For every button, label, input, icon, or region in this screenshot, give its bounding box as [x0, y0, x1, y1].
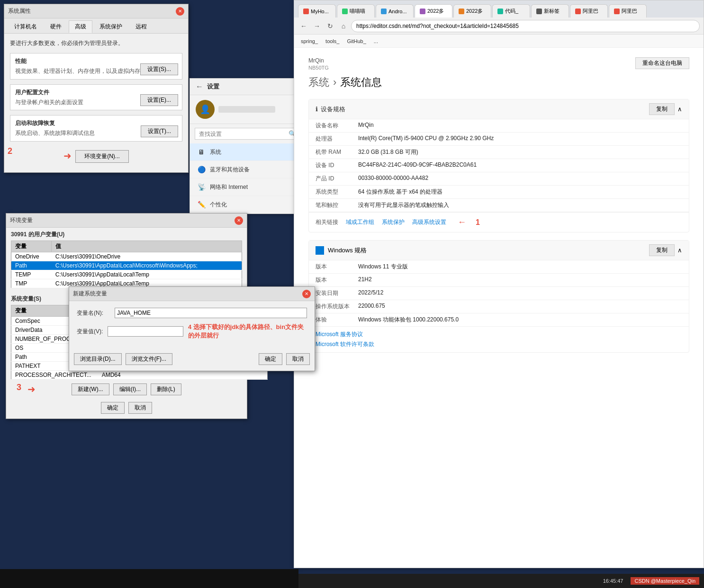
new-var-cancel-btn[interactable]: 取消	[286, 353, 310, 365]
settings-back-btn[interactable]: ←	[196, 82, 203, 91]
tab-alibaba2[interactable]: 阿里巴	[609, 4, 647, 18]
tab-favicon-andro	[381, 9, 387, 14]
var-value-input[interactable]	[108, 326, 183, 337]
settings-title: 设置	[207, 82, 219, 91]
back-btn[interactable]: ←	[298, 20, 309, 32]
windows-specs-title: Windows 规格	[328, 246, 367, 255]
tab-alibaba2-label: 阿里巴	[622, 8, 637, 15]
settings-search-input[interactable]	[195, 129, 285, 139]
env-vars-close-btn[interactable]: ✕	[235, 216, 243, 225]
table-row[interactable]: PROCESSOR_ARCHITECT... AMD64	[11, 371, 268, 380]
spec-row-2: 机带 RAM 32.0 GB (31.8 GB 可用)	[309, 146, 689, 159]
delete-sys-var-btn[interactable]: 删除(L)	[151, 383, 181, 395]
settings-search-bar[interactable]: 🔍	[195, 128, 300, 140]
user-profile-settings-btn[interactable]: 设置(E)...	[140, 94, 178, 106]
table-row[interactable]: TEMP C:\Users\30991\AppData\Local\Temp	[11, 270, 242, 279]
address-bar[interactable]	[351, 20, 700, 32]
browser-toolbar: ← → ↻ ⌂	[294, 18, 704, 35]
settings-header: ← 设置	[190, 79, 305, 95]
settings-nav-bluetooth[interactable]: 🔵 蓝牙和其他设备	[190, 161, 305, 178]
tab-myho[interactable]: MyHo...	[298, 4, 336, 18]
settings-nav-personalize[interactable]: ✏️ 个性化	[190, 196, 305, 214]
table-row[interactable]: OneDrive C:\Users\30991\OneDrive	[11, 252, 242, 261]
windows-specs-header: Windows 规格 复制 ∧	[309, 241, 689, 260]
browse-file-btn[interactable]: 浏览文件(F)...	[126, 353, 172, 365]
tab-2022a[interactable]: 2022多	[415, 4, 452, 18]
new-var-ok-btn[interactable]: 确定	[259, 353, 282, 365]
tab-newtab[interactable]: 新标签	[531, 4, 569, 18]
tab-alibaba1[interactable]: 阿里巴	[570, 4, 608, 18]
new-var-close-btn[interactable]: ✕	[302, 290, 311, 298]
browser-tabs-bar: MyHo... 喵喵喵 Andro... 2022多 2022多 代码_ 新标签	[294, 0, 704, 18]
sys-props-titlebar: 系统属性 ✕	[4, 4, 188, 18]
spec-key-5: 系统类型	[316, 188, 358, 196]
tab-miao[interactable]: 喵喵喵	[337, 4, 375, 18]
tab-alibaba1-label: 阿里巴	[583, 8, 598, 15]
performance-settings-btn[interactable]: 设置(S)...	[140, 63, 178, 75]
user-name: MrQin	[308, 57, 329, 64]
tab-advanced[interactable]: 高级	[69, 20, 92, 33]
settings-nav-network[interactable]: 📡 网络和 Internet	[190, 178, 305, 196]
device-specs-section: ℹ 设备规格 复制 ∧ 设备名称 MrQin 处理器 Intel(R) Core…	[308, 99, 689, 232]
edit-sys-var-btn[interactable]: 编辑(I)...	[113, 383, 147, 395]
user-var-1-name: Path	[11, 261, 52, 270]
bookmark-github[interactable]: GitHub_	[344, 37, 369, 45]
table-row[interactable]: Path C:\Users\30991\AppData\Local\Micros…	[11, 261, 242, 270]
tab-andro[interactable]: Andro...	[376, 4, 414, 18]
copy-specs-btn[interactable]: 复制	[649, 103, 675, 115]
dialog-bottom-spacer	[69, 367, 315, 371]
spec-val-2: 32.0 GB (31.8 GB 可用)	[358, 148, 418, 156]
forward-btn[interactable]: →	[311, 20, 323, 32]
tab-favicon-alibaba2	[614, 9, 620, 14]
ms-service-link[interactable]: Microsoft 服务协议	[316, 330, 682, 339]
status-bar: 16:45:47 CSDN @Masterpiece_Qin	[294, 574, 704, 588]
rename-pc-btn[interactable]: 重命名这台电脑	[635, 57, 689, 69]
new-sys-var-btn[interactable]: 新建(W)...	[72, 383, 109, 395]
tab-system-protection[interactable]: 系统保护	[93, 20, 128, 33]
tab-favicon-2022a	[420, 9, 425, 14]
env-variables-btn[interactable]: 环境变量(N)...	[75, 150, 129, 163]
tab-remote[interactable]: 远程	[129, 20, 153, 33]
browse-dir-btn[interactable]: 浏览目录(D)...	[74, 353, 122, 365]
link-domain[interactable]: 域或工作组	[346, 218, 374, 226]
system-properties-window: 系统属性 ✕ 计算机名 硬件 高级 系统保护 远程 要进行大多数更改，你必须作为…	[4, 4, 189, 173]
status-time: 16:45:47	[603, 578, 623, 584]
new-var-dialog: 新建系统变量 ✕ 变量名(N): 变量值(V): 4 选择下载好的jdk的具体路…	[69, 286, 315, 371]
startup-recovery-btn[interactable]: 设置(T)...	[141, 125, 178, 137]
copy-windows-specs-btn[interactable]: 复制	[649, 244, 675, 256]
sys-props-close-btn[interactable]: ✕	[176, 7, 184, 16]
ms-license-link[interactable]: Microsoft 软件许可条款	[316, 340, 682, 348]
win-spec-key-2: 安装日期	[316, 289, 358, 297]
device-specs-header: ℹ 设备规格 复制 ∧	[309, 99, 689, 119]
env-btn-row: 2 ➜ 环境变量(N)...	[10, 146, 182, 167]
expand-icon[interactable]: ∧	[677, 106, 682, 113]
env-cancel-btn[interactable]: 取消	[128, 402, 152, 414]
reload-btn[interactable]: ↻	[325, 20, 336, 32]
spacer	[176, 353, 255, 365]
tab-miao-label: 喵喵喵	[350, 8, 365, 15]
sys-props-title: 系统属性	[8, 7, 31, 15]
breadcrumb-arrow: ›	[333, 76, 336, 89]
bookmark-tools[interactable]: tools_	[323, 37, 342, 45]
arrow-to-env-btn: ➜	[63, 150, 72, 163]
link-advanced-settings[interactable]: 高级系统设置	[412, 218, 446, 226]
info-icon: ℹ	[316, 106, 318, 113]
env-ok-btn[interactable]: 确定	[101, 402, 125, 414]
tab-computer-name[interactable]: 计算机名	[8, 20, 43, 33]
home-btn[interactable]: ⌂	[338, 20, 349, 32]
settings-nav-system[interactable]: 🖥 系统	[190, 143, 305, 161]
tab-code[interactable]: 代码_	[492, 4, 530, 18]
new-var-dialog-title: 新建系统变量	[73, 290, 107, 298]
nav-network-label: 网络和 Internet	[210, 183, 248, 191]
link-sys-protection[interactable]: 系统保护	[382, 218, 405, 226]
nav-system-label: 系统	[210, 148, 221, 156]
bookmark-more[interactable]: ...	[371, 37, 381, 45]
var-name-input[interactable]	[115, 308, 307, 318]
tab-hardware[interactable]: 硬件	[44, 20, 68, 33]
bookmark-spring[interactable]: spring_	[298, 37, 321, 45]
tab-2022b[interactable]: 2022多	[453, 4, 491, 18]
settings-user: 👤	[190, 95, 305, 124]
step2-label: 2	[8, 146, 12, 156]
windows-expand-icon[interactable]: ∧	[677, 247, 682, 254]
win-spec-key-1: 版本	[316, 276, 358, 284]
